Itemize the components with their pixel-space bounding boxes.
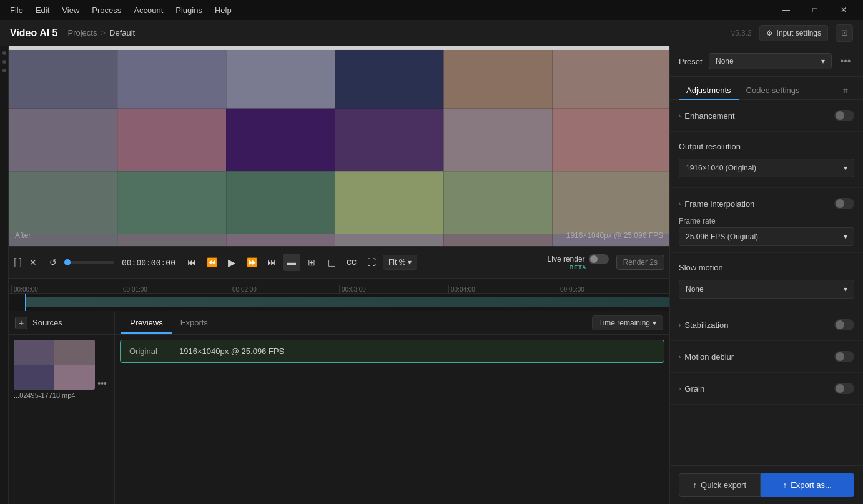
grain-chevron[interactable]: ›: [679, 385, 681, 392]
frame-interpolation-toggle[interactable]: [834, 198, 854, 209]
skip-to-end-button[interactable]: ⏭: [263, 254, 280, 271]
svg-rect-27: [14, 365, 54, 390]
svg-rect-2: [117, 50, 226, 109]
clip-view-button[interactable]: ▬: [283, 254, 300, 271]
previews-panel: Previews Exports Time remaining ▾ Origin…: [115, 311, 669, 504]
enhancement-toggle[interactable]: [834, 110, 854, 121]
live-render-toggle[interactable]: [589, 254, 609, 264]
timeline-slider[interactable]: [64, 261, 114, 264]
tab-exports[interactable]: Exports: [172, 313, 217, 334]
preview-resolution-label: 1916×1040px @ 25.096 FPS: [566, 231, 663, 240]
source-more-button[interactable]: •••: [97, 378, 107, 388]
minimize-button[interactable]: —: [772, 0, 801, 20]
maximize-button[interactable]: □: [801, 0, 829, 20]
svg-rect-6: [553, 50, 669, 109]
slow-motion-section: Slow motion None ▾: [670, 253, 863, 309]
loop-button[interactable]: ↺: [44, 254, 62, 271]
beta-badge: BETA: [570, 264, 587, 270]
input-settings-button[interactable]: ⚙ Input settings: [759, 25, 828, 41]
svg-rect-1: [9, 50, 117, 109]
menu-account[interactable]: Account: [129, 3, 168, 17]
source-thumbnail-svg: [14, 340, 95, 390]
timeline-ruler[interactable]: 00:00:00 00:01:00 00:02:00 00:03:00 00:0…: [9, 279, 669, 294]
preview-row[interactable]: Original 1916×1040px @ 25.096 FPS: [120, 340, 664, 363]
menu-process[interactable]: Process: [87, 3, 126, 17]
preset-dropdown[interactable]: None ▾: [709, 53, 832, 69]
caption-button[interactable]: CC: [343, 254, 360, 271]
enhancement-toggle-knob: [836, 111, 844, 120]
fit-dropdown[interactable]: Fit % ▾: [383, 255, 417, 270]
grain-toggle[interactable]: [834, 383, 854, 394]
menu-file[interactable]: File: [5, 3, 28, 17]
breadcrumb-parent[interactable]: Projects: [67, 28, 97, 37]
export-as-icon: ↑: [783, 480, 787, 490]
stabilization-chevron[interactable]: ›: [679, 322, 681, 329]
side-by-side-button[interactable]: ◫: [323, 254, 340, 271]
crop-icon-button[interactable]: ⌗: [837, 82, 854, 99]
svg-rect-13: [9, 171, 117, 234]
motion-deblur-toggle[interactable]: [834, 351, 854, 362]
chevron-down-icon-3: ▾: [821, 57, 825, 66]
in-point-marker[interactable]: [: [14, 257, 16, 268]
skip-to-start-button[interactable]: ⏮: [183, 254, 200, 271]
panel-toggle-button[interactable]: ⊡: [836, 24, 853, 42]
menu-help[interactable]: Help: [210, 3, 237, 17]
slow-motion-dropdown-row: None ▾: [679, 276, 854, 302]
split-view-button[interactable]: ⊞: [303, 254, 320, 271]
enhancement-chevron[interactable]: ›: [679, 112, 681, 119]
ruler-mark-1: 00:01:00: [121, 285, 230, 293]
slow-motion-value: None: [686, 285, 704, 294]
fullscreen-button[interactable]: ⛶: [363, 254, 380, 271]
out-point-marker[interactable]: ]: [19, 257, 21, 268]
quick-export-button[interactable]: ↑ Quick export: [679, 473, 761, 497]
source-name: ...02495-17718.mp4: [14, 392, 82, 399]
app-title: Video AI 5: [10, 27, 57, 39]
play-button[interactable]: ▶: [223, 254, 240, 271]
preset-more-button[interactable]: •••: [837, 52, 854, 70]
close-button[interactable]: ✕: [829, 0, 858, 20]
mosaic-preview: [9, 46, 669, 246]
menu-view[interactable]: View: [57, 3, 84, 17]
panel-icon: ⊡: [841, 28, 848, 37]
menu-plugins[interactable]: Plugins: [170, 3, 207, 17]
svg-rect-0: [9, 46, 669, 50]
tab-previews[interactable]: Previews: [121, 313, 172, 334]
svg-rect-14: [117, 171, 226, 234]
stabilization-toggle[interactable]: [834, 319, 854, 330]
add-source-button[interactable]: +: [15, 317, 27, 329]
enhancement-section: › Enhancement: [670, 100, 863, 132]
motion-deblur-chevron[interactable]: ›: [679, 353, 681, 360]
frame-back-button[interactable]: ⏪: [203, 254, 220, 271]
adj-tabs-left: Adjustments Codec settings: [679, 82, 807, 99]
output-resolution-dropdown[interactable]: 1916×1040 (Original) ▾: [679, 159, 854, 177]
export-as-button[interactable]: ↑ Export as...: [761, 473, 854, 497]
slow-motion-dropdown[interactable]: None ▾: [679, 280, 854, 299]
output-resolution-section: Output resolution 1916×1040 (Original) ▾: [670, 132, 863, 188]
output-resolution-title: Output resolution: [679, 142, 741, 151]
preset-label: Preset: [679, 57, 704, 66]
previews-tabs: Previews Exports Time remaining ▾: [115, 311, 669, 335]
menu-edit[interactable]: Edit: [31, 3, 54, 17]
timecode-display: 00:00:00:00: [117, 258, 180, 267]
stabilization-toggle-knob: [836, 320, 844, 329]
svg-rect-15: [226, 171, 335, 234]
svg-rect-11: [443, 109, 552, 171]
frame-forward-button[interactable]: ⏩: [243, 254, 260, 271]
menu-bar: File Edit View Process Account Plugins H…: [5, 3, 237, 17]
slow-motion-label: Slow motion: [679, 263, 723, 272]
preview-type: Original: [129, 347, 167, 356]
source-item[interactable]: ...02495-17718.mp4 •••: [14, 340, 109, 401]
sources-header: + Sources: [9, 311, 114, 335]
tab-codec-settings[interactable]: Codec settings: [739, 82, 807, 100]
gear-icon: ⚙: [766, 29, 773, 37]
svg-rect-17: [443, 171, 552, 234]
frame-interpolation-chevron[interactable]: ›: [679, 200, 681, 207]
frame-rate-dropdown[interactable]: 25.096 FPS (Original) ▾: [679, 227, 854, 246]
remove-clip-button[interactable]: ✕: [24, 254, 42, 271]
time-remaining-button[interactable]: Time remaining ▾: [592, 315, 663, 330]
render-button[interactable]: Render 2s: [616, 255, 664, 270]
svg-rect-28: [54, 365, 95, 390]
frame-rate-value: 25.096 FPS (Original): [686, 232, 758, 241]
timeline-track[interactable]: [9, 294, 669, 311]
tab-adjustments[interactable]: Adjustments: [679, 82, 739, 100]
